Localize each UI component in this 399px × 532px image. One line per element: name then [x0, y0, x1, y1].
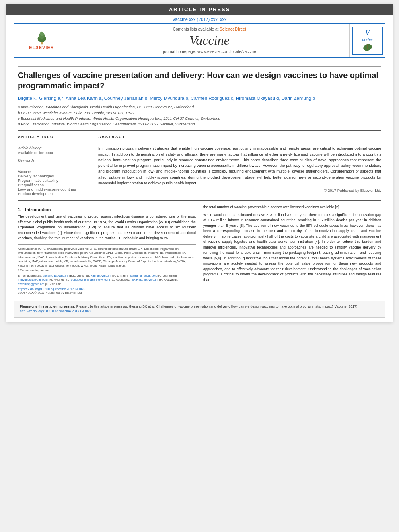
abstract-col: ABSTRACT Immunization program delivery s… — [98, 134, 381, 196]
email-giersing-name: (B.K. Giersing), — [69, 274, 90, 277]
rule-2 — [18, 130, 381, 131]
vaccine-logo-box: V accine — [352, 27, 383, 55]
doi-link[interactable]: http://dx.doi.org/10.1016/j.vaccine.2017… — [18, 287, 196, 291]
abstract-rule — [98, 142, 381, 142]
affil-c: c Essential Medicines and Health Product… — [18, 116, 220, 121]
email-footnote: E-mail addresses: giersing b@who.int (B.… — [18, 274, 196, 287]
citation-label: Please cite this article in press as: — [20, 304, 76, 308]
journal-ref: Vaccine xxx (2017) xxx–xxx — [6, 15, 393, 23]
email-kahn-name: (A.-L. Kahn), — [112, 274, 130, 277]
elsevier-logo-section: ELSEVIER — [14, 24, 70, 57]
intro-section-label: Introduction — [25, 207, 51, 212]
keyword-1: Vaccine — [18, 169, 84, 174]
email-okayasu-name: (H. Okayasu), — [159, 278, 178, 281]
article-body: Challenges of vaccine presentation and d… — [6, 58, 393, 298]
email-jarrahian-name: (C. Jarrahian), — [158, 274, 178, 277]
keyword-3: Programmatic suitability — [18, 178, 84, 183]
sciencedirect-link[interactable]: ScienceDirect — [220, 27, 246, 31]
journal-title: Vaccine — [189, 33, 230, 48]
journal-ref-text: Vaccine xxx (2017) xxx–xxx — [173, 17, 227, 22]
elsevier-logo: ELSEVIER — [20, 29, 64, 51]
journal-center: Contents lists available at ScienceDirec… — [70, 24, 349, 57]
main-right-col: the total number of vaccine-preventable … — [203, 205, 381, 294]
rule-1 — [18, 66, 381, 67]
rule-3 — [18, 200, 381, 201]
copyright: © 2017 Published by Elsevier Ltd. — [98, 188, 381, 193]
footnote-box: Abbreviations: bOPV, bivalent oral polio… — [18, 244, 196, 295]
intro-para1: The development and use of vaccines to p… — [18, 214, 196, 241]
keyword-6: Product development — [18, 191, 84, 196]
abstract-head: ABSTRACT — [98, 134, 381, 139]
email-label: E-mail addresses: — [18, 274, 43, 277]
article-in-press-banner: ARTICLE IN PRESS — [6, 4, 393, 15]
affiliations: a Immunization, Vaccines and Biologicals… — [18, 104, 381, 127]
page: ARTICLE IN PRESS Vaccine xxx (2017) xxx–… — [6, 4, 393, 322]
intro-section-num: 1. — [18, 207, 21, 212]
email-kahn[interactable]: kalma@who.int — [90, 274, 111, 277]
abstract-text: Immunization program delivery strategies… — [98, 146, 381, 186]
vaccine-leaf-icon — [362, 42, 374, 52]
email-mvundura-name: (M. Mvundura), — [49, 278, 70, 281]
article-info-head: ARTICLE INFO — [18, 134, 84, 139]
intro-title: 1. Introduction — [18, 207, 196, 212]
journal-header: ELSEVIER Contents lists available at Sci… — [14, 23, 385, 58]
vaccine-logo-title: accine — [362, 37, 372, 42]
email-mvundura[interactable]: mmvundura@path.org — [18, 278, 48, 281]
citation-doi-link[interactable]: http://dx.doi.org/10.1016/j.vaccine.2017… — [20, 309, 91, 313]
info-rule — [18, 142, 84, 142]
email-rodriguez[interactable]: rodriguezherandez c@who.int — [70, 278, 110, 281]
right-para2: While vaccination is estimated to save 2… — [203, 212, 381, 283]
keywords-head: Keywords: — [18, 158, 84, 162]
contents-text: Contents lists available at — [173, 27, 220, 31]
info-abstract-section: ARTICLE INFO Article history: Available … — [18, 134, 381, 196]
keyword-5: Low- and middle-income countries — [18, 187, 84, 191]
keywords-rule — [18, 166, 84, 166]
banner-text: ARTICLE IN PRESS — [169, 6, 230, 12]
keyword-2: Delivery technologies — [18, 174, 84, 178]
elsevier-wordmark: ELSEVIER — [29, 45, 54, 50]
elsevier-tree-icon — [32, 31, 52, 45]
keyword-4: Prequalification — [18, 183, 84, 187]
authors: Birgitte K. Giersing a,*, Anna-Lea Kahn … — [18, 95, 381, 102]
affil-d: d Polio Eradication Initiative, World He… — [18, 122, 195, 126]
article-info-col: ARTICLE INFO Article history: Available … — [18, 134, 90, 196]
email-okayasu[interactable]: okayasuhi@who.int — [132, 278, 158, 281]
issn-text: 0264-410X/© 2017 Published by Elsevier L… — [18, 291, 196, 294]
affil-a: a Immunization, Vaccines and Biologicals… — [18, 105, 194, 109]
journal-homepage: journal homepage: www.elsevier.com/locat… — [163, 49, 256, 54]
main-content: 1. Introduction The development and use … — [18, 205, 381, 294]
svg-point-3 — [39, 32, 44, 36]
main-left-col: 1. Introduction The development and use … — [18, 205, 196, 294]
corresponding-footnote: * Corresponding author. — [18, 269, 196, 273]
affil-b: b PATH, 2201 Westlake Avenue, Suite 200,… — [18, 111, 134, 115]
citation-box: Please cite this article in press as: Pl… — [14, 301, 385, 318]
history-label: Article history: — [18, 146, 84, 150]
right-para1: the total number of vaccine-preventable … — [203, 205, 381, 210]
email-zehrung-name: (D. Zehrung). — [45, 282, 64, 286]
email-jarrahian[interactable]: cjarrahian@path.org — [130, 274, 158, 277]
abbreviations-footnote: Abbreviations: bOPV, bivalent oral polio… — [18, 247, 196, 268]
vaccine-logo-section: V accine — [349, 24, 385, 57]
article-title: Challenges of vaccine presentation and d… — [18, 70, 381, 91]
sciencedirect-line: Contents lists available at ScienceDirec… — [173, 27, 246, 31]
email-rodriguez-name: (C. Rodriguez), — [111, 278, 132, 281]
email-zehrung[interactable]: dzehrung@path.org — [18, 282, 44, 286]
vaccine-logo-v: V — [365, 29, 370, 37]
citation-text: Please cite this article in press as: Gi… — [76, 304, 358, 308]
email-giersing[interactable]: giersing b@who.int — [43, 274, 68, 277]
available-online: Available online xxxx — [18, 150, 84, 155]
